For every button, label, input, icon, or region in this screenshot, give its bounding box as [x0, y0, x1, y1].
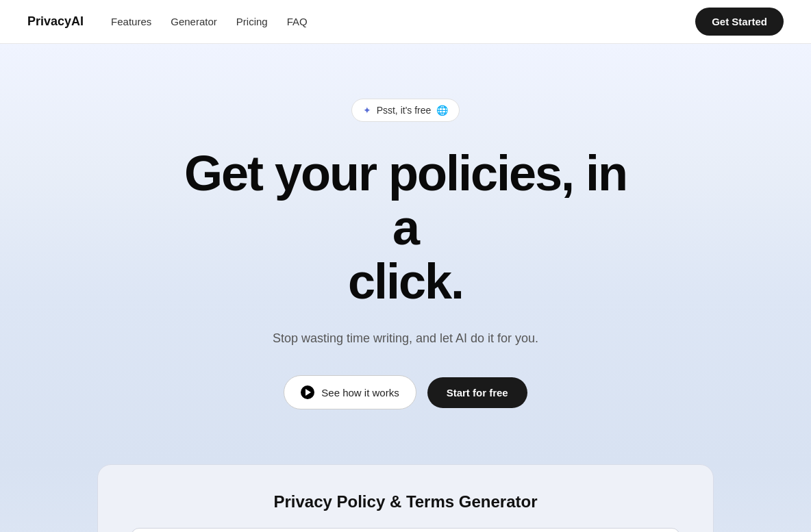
generator-section: Privacy Policy & Terms Generator: [0, 464, 811, 532]
hero-title-line2: click.: [348, 254, 463, 309]
hero-title-line1: Get your policies, in a: [184, 146, 627, 255]
nav-get-started-button[interactable]: Get Started: [695, 8, 784, 36]
nav-link-features[interactable]: Features: [111, 16, 151, 27]
badge-sparkle-icon: ✦: [363, 105, 371, 116]
hero-subtitle: Stop wasting time writing, and let AI do…: [273, 329, 538, 349]
nav-logo[interactable]: PrivacyAI: [27, 14, 84, 29]
generator-card-title: Privacy Policy & Terms Generator: [131, 492, 680, 511]
nav-link-faq[interactable]: FAQ: [287, 16, 308, 27]
nav-left: PrivacyAI Features Generator Pricing FAQ: [27, 14, 308, 29]
nav-links: Features Generator Pricing FAQ: [111, 16, 308, 27]
btn-secondary-label: See how it works: [321, 387, 399, 398]
generator-url-input[interactable]: [131, 528, 680, 532]
generator-card: Privacy Policy & Terms Generator: [97, 464, 714, 532]
nav-link-pricing[interactable]: Pricing: [236, 16, 268, 27]
start-for-free-button[interactable]: Start for free: [427, 377, 527, 408]
hero-section: ✦ Psst, it's free 🌐 Get your policies, i…: [0, 44, 811, 464]
badge-text: Psst, it's free: [377, 105, 432, 116]
nav-link-generator[interactable]: Generator: [171, 16, 217, 27]
hero-title: Get your policies, in a click.: [166, 147, 645, 309]
navbar: PrivacyAI Features Generator Pricing FAQ…: [0, 0, 811, 44]
see-how-it-works-button[interactable]: See how it works: [284, 375, 416, 409]
hero-badge: ✦ Psst, it's free 🌐: [351, 99, 460, 122]
hero-buttons: See how it works Start for free: [284, 375, 527, 409]
badge-globe-icon: 🌐: [436, 105, 448, 116]
play-icon: [301, 385, 314, 399]
